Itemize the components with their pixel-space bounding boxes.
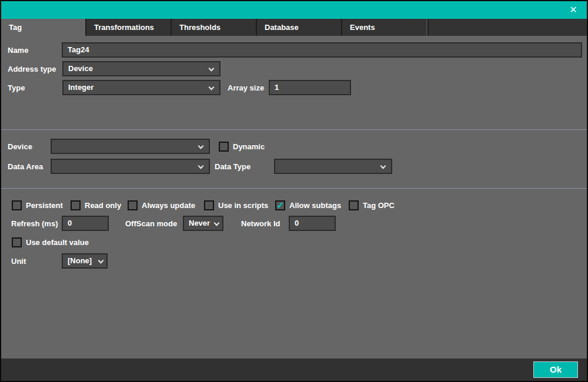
checkbox-box[interactable]: ✓: [349, 200, 359, 210]
tab-transformations[interactable]: Transformations: [86, 19, 171, 36]
offscan-mode-dropdown[interactable]: Never: [183, 216, 223, 231]
address-type-dropdown[interactable]: Device: [62, 61, 220, 76]
footer-bar: Ok: [1, 358, 587, 381]
ok-button[interactable]: Ok: [533, 361, 578, 378]
refresh-ms-label: Refresh (ms): [11, 219, 58, 228]
device-dropdown[interactable]: [51, 139, 210, 154]
name-label: Name: [8, 46, 28, 55]
offscan-mode-label: OffScan mode: [125, 219, 177, 228]
unit-dropdown[interactable]: [None]: [62, 253, 108, 269]
checkbox-box[interactable]: ✓: [71, 200, 81, 210]
tab-database[interactable]: Database: [257, 19, 341, 36]
chevron-down-icon: [198, 143, 204, 149]
chevron-down-icon: [380, 163, 386, 169]
tab-tag[interactable]: Tag: [1, 19, 85, 36]
chevron-down-icon: [198, 163, 204, 169]
chevron-down-icon: [98, 258, 104, 264]
check-icon: ✓: [276, 200, 284, 211]
data-area-label: Data Area: [8, 162, 43, 171]
data-area-dropdown[interactable]: [51, 159, 210, 174]
unit-label: Unit: [11, 257, 26, 266]
type-dropdown[interactable]: Integer: [62, 80, 220, 95]
chevron-down-icon: [209, 66, 215, 72]
network-id-label: Network Id: [241, 219, 280, 228]
checkbox-box[interactable]: ✓: [12, 237, 22, 247]
tab-events[interactable]: Events: [342, 19, 426, 36]
tab-strip-filler: [429, 19, 587, 36]
tab-thresholds[interactable]: Thresholds: [172, 19, 256, 36]
type-label: Type: [8, 83, 25, 92]
data-type-label: Data Type: [215, 162, 250, 171]
name-input[interactable]: Tag24: [62, 42, 582, 58]
chevron-down-icon: [214, 220, 220, 226]
tag-properties-dialog: ✕ Tag Transformations Thresholds Databas…: [0, 0, 588, 382]
tag-form: Name Tag24 Address type Device Type Inte…: [1, 36, 587, 358]
address-type-label: Address type: [8, 65, 56, 73]
checkbox-box[interactable]: ✓: [12, 200, 22, 210]
tab-strip-divider: [426, 19, 427, 36]
checkbox-box[interactable]: ✓: [128, 200, 138, 210]
checkbox-box[interactable]: ✓: [275, 200, 285, 210]
device-label: Device: [8, 142, 32, 151]
array-size-input[interactable]: 1: [269, 80, 351, 95]
section-separator: [1, 129, 587, 130]
array-size-label: Array size: [228, 83, 264, 92]
checkbox-box[interactable]: ✓: [219, 142, 229, 152]
tab-strip: Tag Transformations Thresholds Database …: [1, 19, 587, 36]
close-icon[interactable]: ✕: [567, 4, 580, 16]
section-separator: [1, 188, 587, 189]
refresh-ms-input[interactable]: 0: [62, 216, 109, 231]
checkbox-box[interactable]: ✓: [204, 200, 214, 210]
network-id-input[interactable]: 0: [289, 216, 336, 231]
chevron-down-icon: [209, 85, 215, 91]
title-bar: ✕: [1, 1, 587, 19]
data-type-dropdown[interactable]: [274, 159, 392, 174]
